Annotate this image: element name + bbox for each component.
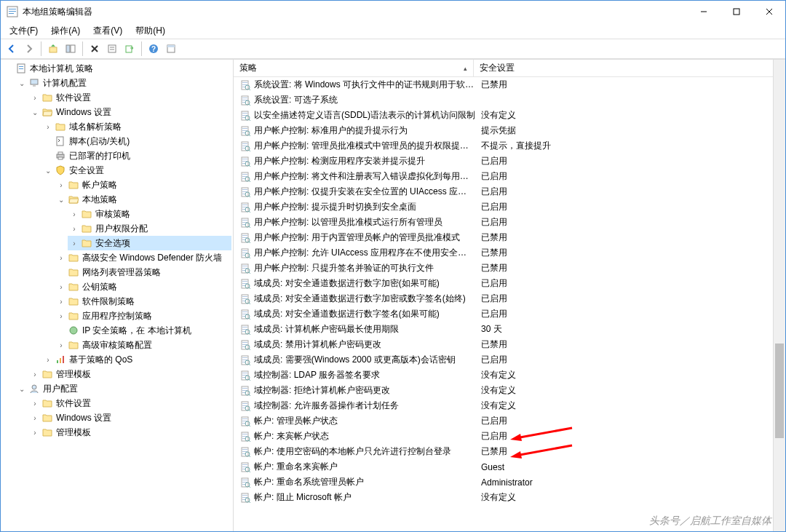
tree-account-policies[interactable]: ›帐户策略	[55, 178, 231, 192]
show-hide-tree-button[interactable]	[63, 41, 79, 57]
svg-rect-78	[242, 189, 247, 190]
policy-value: 已启用	[475, 201, 785, 213]
tree-windows-defender[interactable]: ›高级安全 Windows Defender 防火墙	[55, 250, 231, 265]
tree-u-admin[interactable]: ›管理模板	[28, 425, 231, 440]
column-policy[interactable]: 策略▴	[234, 60, 474, 76]
policy-icon	[239, 400, 251, 412]
folder-icon	[55, 121, 66, 132]
policy-row[interactable]: 用户帐户控制: 用于内置管理员帐户的管理员批准模式已禁用	[234, 230, 785, 245]
expand-icon[interactable]: ⌄	[30, 107, 40, 117]
tree-user-config[interactable]: ⌄用户配置	[15, 381, 231, 396]
policy-row[interactable]: 帐户: 管理员帐户状态已启用	[234, 413, 785, 429]
policy-row[interactable]: 帐户: 重命名来宾帐户Guest	[234, 459, 785, 475]
policy-row[interactable]: 域控制器: 允许服务器操作者计划任务没有定义	[234, 398, 785, 413]
tree-software-restriction[interactable]: ›软件限制策略	[55, 294, 231, 309]
help-button[interactable]: ?	[146, 41, 162, 57]
policy-icon	[239, 186, 251, 198]
menubar: 文件(F) 操作(A) 查看(V) 帮助(H)	[1, 23, 785, 39]
tree-u-software[interactable]: ›软件设置	[28, 396, 231, 410]
policy-row[interactable]: 以安全描述符定义语言(SDDL)语法表示的计算机访问限制没有定义	[234, 108, 785, 123]
policy-row[interactable]: 用户帐户控制: 管理员批准模式中管理员的提升权限提示的...不提示，直接提升	[234, 138, 785, 154]
policy-row[interactable]: 帐户: 来宾帐户状态已启用	[234, 429, 785, 444]
tree-security-settings[interactable]: ⌄安全设置	[41, 163, 231, 178]
policy-row[interactable]: 帐户: 重命名系统管理员帐户Administrator	[234, 475, 785, 490]
tree-network-list[interactable]: 网络列表管理器策略	[55, 265, 231, 279]
expand-icon[interactable]: ›	[30, 92, 40, 103]
menu-view[interactable]: 查看(V)	[87, 23, 128, 39]
tree-user-rights[interactable]: ›用户权限分配	[68, 221, 231, 236]
menu-action[interactable]: 操作(A)	[45, 23, 86, 39]
policy-row[interactable]: 用户帐户控制: 允许 UIAccess 应用程序在不使用安全桌面...已禁用	[234, 245, 785, 261]
svg-point-30	[70, 327, 77, 334]
svg-line-178	[249, 440, 250, 442]
svg-line-118	[249, 287, 250, 289]
policy-row[interactable]: 系统设置: 可选子系统	[234, 92, 785, 108]
filter-button[interactable]	[163, 41, 179, 57]
minimize-button[interactable]	[687, 1, 720, 23]
policy-row[interactable]: 域成员: 对安全通道数据进行数字签名(如果可能)已启用	[234, 306, 785, 322]
policy-row[interactable]: 帐户: 使用空密码的本地帐户只允许进行控制台登录已禁用	[234, 444, 785, 459]
folder-icon	[81, 223, 92, 234]
forward-button[interactable]	[21, 41, 37, 57]
shield-icon	[55, 164, 66, 176]
export-button[interactable]	[122, 41, 138, 57]
close-button[interactable]	[753, 1, 785, 23]
policy-row[interactable]: 帐户: 阻止 Microsoft 帐户没有定义	[234, 490, 785, 505]
policy-name: 帐户: 重命名系统管理员帐户	[254, 476, 475, 488]
folder-icon	[81, 237, 92, 249]
scrollbar[interactable]	[773, 60, 785, 531]
tree-deployed-printers[interactable]: 已部署的打印机	[41, 148, 231, 163]
tree-software-settings[interactable]: ›软件设置	[28, 90, 231, 105]
menu-help[interactable]: 帮助(H)	[130, 23, 171, 39]
tree-admin-templates[interactable]: ›管理模板	[28, 367, 231, 381]
policy-row[interactable]: 域成员: 需要强(Windows 2000 或更高版本)会话密钥已启用	[234, 352, 785, 368]
back-button[interactable]	[4, 41, 20, 57]
policy-row[interactable]: 域控制器: 拒绝计算机帐户密码更改没有定义	[234, 383, 785, 398]
policy-row[interactable]: 用户帐户控制: 仅提升安装在安全位置的 UIAccess 应用程序已启用	[234, 184, 785, 199]
tree-windows-settings[interactable]: ⌄Windows 设置	[28, 105, 231, 119]
tree-dns-policy[interactable]: ›域名解析策略	[41, 119, 231, 134]
tree-audit-policy[interactable]: ›审核策略	[68, 207, 231, 221]
properties-button[interactable]	[104, 41, 120, 57]
menu-file[interactable]: 文件(F)	[4, 23, 44, 39]
policy-row[interactable]: 系统设置: 将 Windows 可执行文件中的证书规则用于软件...已禁用	[234, 77, 785, 92]
folder-icon	[41, 426, 53, 438]
up-button[interactable]	[45, 41, 61, 57]
policy-row[interactable]: 域成员: 计算机帐户密码最长使用期限30 天	[234, 322, 785, 337]
expand-icon[interactable]: ⌄	[17, 78, 27, 88]
delete-button[interactable]	[87, 41, 103, 57]
tree-root[interactable]: 本地计算机 策略	[2, 61, 231, 76]
policy-row[interactable]: 域成员: 对安全通道数据进行数字加密(如果可能)已启用	[234, 276, 785, 291]
column-setting[interactable]: 安全设置	[474, 60, 785, 76]
tree-computer-config[interactable]: ⌄ 计算机配置	[15, 76, 231, 90]
policy-name: 域成员: 禁用计算机帐户密码更改	[254, 338, 475, 351]
scrollbar-thumb[interactable]	[775, 344, 784, 438]
policy-row[interactable]: 域成员: 对安全通道数据进行数字加密或数字签名(始终)已启用	[234, 291, 785, 306]
policy-row[interactable]: 用户帐户控制: 提示提升时切换到安全桌面已启用	[234, 199, 785, 215]
list-body[interactable]: 系统设置: 将 Windows 可执行文件中的证书规则用于软件...已禁用系统设…	[234, 77, 785, 531]
expand-icon[interactable]: ⌄	[56, 194, 66, 205]
tree-local-policies[interactable]: ⌄本地策略	[55, 192, 231, 207]
tree-panel[interactable]: 本地计算机 策略 ⌄ 计算机配置 ›软件设置	[1, 60, 234, 531]
policy-row[interactable]: 域成员: 禁用计算机帐户密码更改已禁用	[234, 337, 785, 352]
policy-row[interactable]: 用户帐户控制: 以管理员批准模式运行所有管理员已启用	[234, 215, 785, 230]
tree-public-key[interactable]: ›公钥策略	[55, 279, 231, 294]
policy-icon	[239, 339, 251, 351]
policy-row[interactable]: 用户帐户控制: 将文件和注册表写入错误虚拟化到每用户位置已启用	[234, 169, 785, 184]
tree-scripts[interactable]: 脚本(启动/关机)	[41, 134, 231, 148]
collapse-icon[interactable]	[4, 63, 14, 74]
policy-row[interactable]: 用户帐户控制: 标准用户的提升提示行为提示凭据	[234, 123, 785, 138]
expand-icon[interactable]: ⌄	[17, 384, 27, 394]
tree-security-options[interactable]: ›安全选项	[68, 236, 231, 250]
tree-u-windows[interactable]: ›Windows 设置	[28, 410, 231, 425]
tree-app-control[interactable]: ›应用程序控制策略	[55, 309, 231, 323]
tree-policy-qos[interactable]: ›基于策略的 QoS	[41, 352, 231, 367]
policy-row[interactable]: 域控制器: LDAP 服务器签名要求没有定义	[234, 368, 785, 383]
policy-row[interactable]: 用户帐户控制: 只提升签名并验证的可执行文件已禁用	[234, 261, 785, 276]
policy-row[interactable]: 用户帐户控制: 检测应用程序安装并提示提升已启用	[234, 154, 785, 169]
window-controls	[687, 1, 785, 23]
tree-ip-security[interactable]: IP 安全策略，在 本地计算机	[55, 323, 231, 338]
tree-advanced-audit[interactable]: ›高级审核策略配置	[55, 338, 231, 352]
expand-icon[interactable]: ⌄	[43, 165, 53, 175]
maximize-button[interactable]	[720, 1, 753, 23]
